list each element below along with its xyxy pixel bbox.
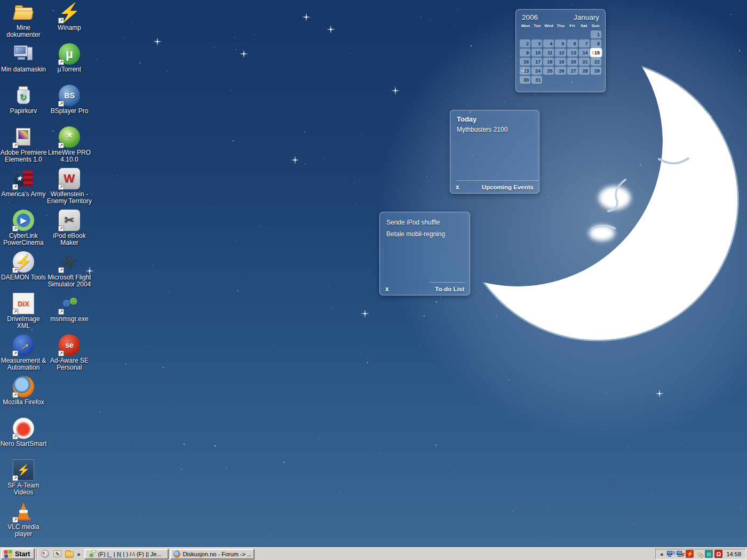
desktop-icon-daemon-tools[interactable]: ⚡↗DAEMON Tools <box>0 251 47 281</box>
desktop-icon-driveimage-xml[interactable]: DiX↗DriveImage XML <box>0 292 47 330</box>
calendar-day-4[interactable]: 4 <box>543 39 554 47</box>
desktop-icon-min-datamaskin[interactable]: Min datamaskin <box>0 43 47 73</box>
shortcut-arrow-icon: ↗ <box>12 392 18 398</box>
desktop-icon-label: Measurement & Automation <box>0 357 47 372</box>
desktop-icon-measurement-automation[interactable]: →↗Measurement & Automation <box>0 334 47 372</box>
desktop-icon-sf-a-team-videos[interactable]: ⚡↗SF A-Team Videos <box>0 459 47 497</box>
desktop-icon-vlc-media-player[interactable]: ↗VLC media player <box>0 500 47 538</box>
calendar-day-20[interactable]: 20 <box>567 58 578 66</box>
scheduler-tray-icon[interactable]: ☺ <box>695 550 703 558</box>
calendar-day-6[interactable]: 6 <box>567 39 578 47</box>
calendar-day-27[interactable]: 27 <box>567 67 578 75</box>
desktop-icon-mozilla-firefox[interactable]: ↗Mozilla Firefox <box>0 375 47 406</box>
calendar-day-24[interactable]: 24 <box>531 67 542 75</box>
calendar-day-18[interactable]: 18 <box>543 58 554 66</box>
todo-list-widget[interactable]: Sende iPod shuffle Betale mobil-regning … <box>379 212 470 295</box>
calendar-day-19[interactable]: 19 <box>555 58 566 66</box>
desktop-icon-cyberlink-powercinema[interactable]: ▶↗CyberLink PowerCinema <box>0 209 47 247</box>
desktop-icon-label: DAEMON Tools <box>0 274 47 281</box>
calendar-day-2[interactable]: 2 <box>520 39 530 47</box>
desktop-icon-ipod-ebook-maker[interactable]: ✂↗iPod eBook Maker <box>46 209 93 247</box>
desktop-icon-label: Min datamaskin <box>0 66 47 73</box>
msn-messenger-icon: ☻ <box>88 550 96 558</box>
calendar-widget[interactable]: 2006 January MonTueWedThuFriSatSun 12345… <box>515 9 606 92</box>
nero-quicklaunch-icon[interactable] <box>40 549 50 559</box>
quicklaunch-overflow-chevron[interactable]: » <box>75 551 82 557</box>
tray-collapse-chevron[interactable]: « <box>658 551 665 557</box>
desktop-icon-label: Papirkurv <box>0 108 47 115</box>
desktop-icon-americas-army[interactable]: ★↗America's Army <box>0 167 47 198</box>
desktop-icon-limewire-pro[interactable]: *↗LimeWire PRO 4.10.0 <box>46 126 93 164</box>
shortcut-arrow-icon: ↗ <box>12 350 18 356</box>
calendar-day-30[interactable]: 30 <box>520 76 530 84</box>
calendar-day-25[interactable]: 25 <box>543 67 554 75</box>
desktop-icon-label: LimeWire PRO 4.10.0 <box>46 149 93 164</box>
desktop-icon-wolfenstein-enemy-territory[interactable]: W↗Wolfenstein - Enemy Territory <box>46 167 93 205</box>
close-widget-button[interactable]: x <box>385 285 389 293</box>
calendar-day-1[interactable]: 1 <box>591 30 601 38</box>
show-desktop-icon[interactable]: ✎ <box>52 549 62 559</box>
calendar-dow-sat: Sat <box>578 23 590 28</box>
calendar-day-26[interactable]: 26 <box>555 67 566 75</box>
folder-quicklaunch-icon[interactable] <box>65 549 74 559</box>
calendar-day-13[interactable]: 13 <box>567 49 578 57</box>
omega-tray-icon[interactable]: Ω <box>714 550 722 558</box>
red-arrows-tray-icon[interactable]: ⚡ <box>686 550 694 558</box>
calendar-day-16[interactable]: 16 <box>520 58 530 66</box>
calendar-empty-cell <box>520 30 530 38</box>
desktop-icon-label: Winamp <box>46 25 93 31</box>
taskbar-divider <box>36 549 37 559</box>
upcoming-events-widget[interactable]: Today Mythbusters 2100 x Upcoming Events <box>450 110 539 194</box>
calendar-day-12[interactable]: 12 <box>555 49 566 57</box>
calendar-day-17[interactable]: 17 <box>531 58 542 66</box>
calendar-day-3[interactable]: 3 <box>531 39 542 47</box>
desktop-icon-ad-aware-se-personal[interactable]: se↗Ad-Aware SE Personal <box>46 334 93 372</box>
calendar-day-29[interactable]: 29 <box>591 67 601 75</box>
desktop-icon-utorrent[interactable]: µ↗µTorrent <box>46 43 93 73</box>
calendar-day-7[interactable]: 7 <box>579 39 590 47</box>
calendar-day-28[interactable]: 28 <box>579 67 590 75</box>
calendar-day-22[interactable]: 22 <box>591 58 601 66</box>
calendar-day-31[interactable]: 31 <box>531 76 542 84</box>
calendar-day-names: MonTueWedThuFriSatSun <box>516 23 605 28</box>
calendar-day-8[interactable]: 8 <box>591 39 601 47</box>
desktop-icon-label: DriveImage XML <box>0 316 47 330</box>
shortcut-arrow-icon: ↗ <box>12 309 18 315</box>
desktop-icon-microsoft-flight-simulator-2004[interactable]: ✈↗Microsoft Flight Simulator 2004 <box>46 251 93 289</box>
shortcut-arrow-icon: ↗ <box>58 184 64 190</box>
calendar-day-23[interactable]: 23 <box>520 67 530 75</box>
desktop-icon-bsplayer-pro[interactable]: BS↗BSplayer Pro <box>46 84 93 115</box>
start-button[interactable]: Start <box>1 548 35 559</box>
desktop-icon-papirkurv[interactable]: ↻Papirkurv <box>0 84 47 115</box>
americas-army-icon: ★↗ <box>12 167 35 190</box>
cyberlink-powercinema-icon: ▶↗ <box>12 209 35 231</box>
desktop-icon-winamp[interactable]: ⚡↗Winamp <box>46 1 93 31</box>
shortcut-arrow-icon: ↗ <box>12 226 18 231</box>
desktop-icon-msnmsgr[interactable]: ☻☻↗msnmsgr.exe <box>46 292 93 323</box>
calendar-day-10[interactable]: 10 <box>531 49 542 57</box>
taskbar: Start ✎ » ☻(F) |_ | |\| | ) /-\ (F) || J… <box>0 547 747 560</box>
shortcut-arrow-icon: ↗ <box>58 267 64 273</box>
calendar-day-15[interactable]: !15 <box>591 49 601 57</box>
microsoft-flight-simulator-2004-icon: ✈↗ <box>58 251 81 273</box>
calendar-day-9[interactable]: 9 <box>520 49 530 57</box>
close-widget-button[interactable]: x <box>456 183 459 191</box>
messenger-task-button[interactable]: ☻(F) |_ | |\| | ) /-\ (F) || Je... <box>84 549 169 559</box>
network-disconnected-tray-icon[interactable]: ✗ <box>676 550 684 558</box>
desktop-icon-mine-dokumenter[interactable]: Mine dokumenter <box>0 1 47 39</box>
desktop-icon-label: Adobe Premiere Elements 1.0 <box>0 149 47 164</box>
calendar-day-21[interactable]: 21 <box>579 58 590 66</box>
teal-app-tray-icon[interactable]: () <box>705 550 713 558</box>
shortcut-arrow-icon: ↗ <box>58 142 64 148</box>
desktop-icon-adobe-premiere-elements[interactable]: ↗Adobe Premiere Elements 1.0 <box>0 126 47 164</box>
desktop-icon-nero-startsmart[interactable]: ↗Nero StartSmart <box>0 417 47 447</box>
firefox-task-button[interactable]: Diskusjon.no - Forum -> ... <box>170 549 255 559</box>
task-button-label: Diskusjon.no - Forum -> ... <box>182 551 251 557</box>
monitor-waves-tray-icon[interactable]: )) <box>666 550 674 558</box>
calendar-day-11[interactable]: 11 <box>543 49 554 57</box>
calendar-grid: 1234567891011121314!15161718192021222324… <box>516 28 605 84</box>
calendar-day-14[interactable]: 14 <box>579 49 590 57</box>
calendar-day-5[interactable]: 5 <box>555 39 566 47</box>
todo-item: Sende iPod shuffle <box>380 212 470 226</box>
todo-item: Betale mobil-regning <box>380 226 470 238</box>
